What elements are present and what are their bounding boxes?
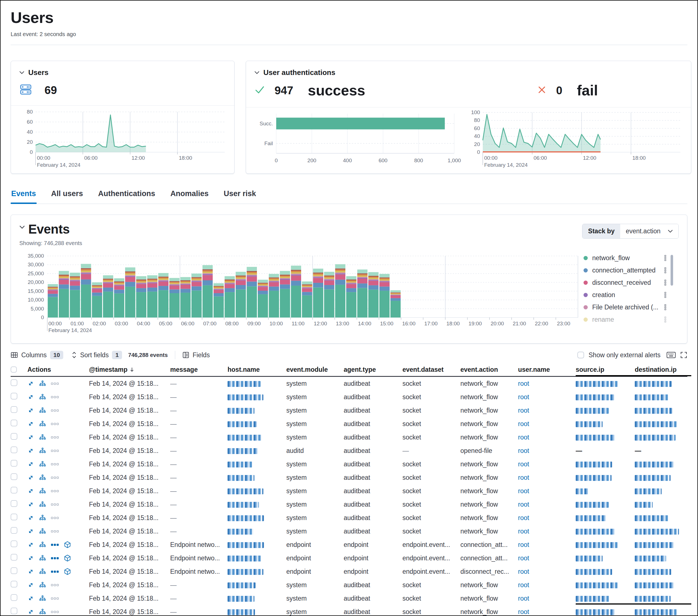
row-checkbox[interactable] xyxy=(11,487,17,493)
column-header-sourceip[interactable]: source.ip xyxy=(576,366,635,373)
user-link[interactable]: root xyxy=(518,595,529,602)
column-header-Actions[interactable]: Actions xyxy=(27,366,89,373)
expand-event-icon[interactable] xyxy=(27,420,34,427)
legend-scrollbar[interactable] xyxy=(671,255,673,286)
collapse-chevron-icon[interactable] xyxy=(254,71,260,74)
row-checkbox[interactable] xyxy=(11,393,17,400)
stack-by-control[interactable]: Stack by event.action xyxy=(582,224,679,239)
more-actions-icon[interactable] xyxy=(51,544,59,546)
user-link[interactable]: root xyxy=(518,447,529,454)
stack-by-select[interactable]: event.action xyxy=(620,224,679,238)
analyze-event-icon[interactable] xyxy=(39,474,46,481)
expand-event-icon[interactable] xyxy=(27,568,34,575)
row-checkbox[interactable] xyxy=(11,581,17,587)
row-checkbox[interactable] xyxy=(11,541,17,547)
more-actions-icon[interactable] xyxy=(51,423,59,425)
expand-event-icon[interactable] xyxy=(27,582,34,588)
column-header-username[interactable]: user.name xyxy=(518,366,576,373)
expand-event-icon[interactable] xyxy=(27,474,34,481)
more-actions-icon[interactable] xyxy=(51,503,59,506)
user-link[interactable]: root xyxy=(518,501,529,508)
legend-kebab-icon[interactable] xyxy=(664,304,667,311)
tab-user-risk[interactable]: User risk xyxy=(223,188,257,204)
user-link[interactable]: root xyxy=(518,528,529,535)
collapse-chevron-icon[interactable] xyxy=(19,71,24,74)
analyze-event-icon[interactable] xyxy=(39,555,46,561)
legend-item[interactable]: rename xyxy=(584,316,667,324)
analyze-event-icon[interactable] xyxy=(39,420,46,427)
row-checkbox[interactable] xyxy=(11,379,17,386)
user-link[interactable]: root xyxy=(518,380,529,387)
expand-event-icon[interactable] xyxy=(27,595,34,602)
analyze-event-icon[interactable] xyxy=(39,434,46,441)
analyze-event-icon[interactable] xyxy=(39,608,46,615)
row-checkbox[interactable] xyxy=(11,514,17,520)
more-actions-icon[interactable] xyxy=(51,611,59,613)
user-link[interactable]: root xyxy=(518,487,529,495)
expand-event-icon[interactable] xyxy=(27,447,34,454)
legend-item[interactable]: connection_attempted xyxy=(584,267,667,274)
user-link[interactable]: root xyxy=(518,555,529,562)
analyze-event-icon[interactable] xyxy=(39,528,46,534)
more-actions-icon[interactable] xyxy=(51,383,59,385)
column-header-eventdataset[interactable]: event.dataset xyxy=(403,366,460,373)
more-actions-icon[interactable] xyxy=(51,570,59,573)
user-link[interactable]: root xyxy=(518,514,529,521)
column-header-hostname[interactable]: host.name xyxy=(227,366,286,373)
column-header-eventmodule[interactable]: event.module xyxy=(286,366,344,373)
legend-item[interactable]: File Delete archived (... xyxy=(584,303,667,311)
row-checkbox[interactable] xyxy=(11,567,17,574)
sort-fields-button[interactable]: Sort fields 1 xyxy=(72,351,122,359)
legend-kebab-icon[interactable] xyxy=(664,292,667,298)
external-alerts-checkbox[interactable] xyxy=(577,352,584,358)
row-checkbox[interactable] xyxy=(11,554,17,561)
expand-event-icon[interactable] xyxy=(27,461,34,468)
tab-authentications[interactable]: Authentications xyxy=(98,188,156,204)
legend-item[interactable]: network_flow xyxy=(584,254,667,262)
analyze-event-icon[interactable] xyxy=(39,568,46,575)
fullscreen-icon[interactable] xyxy=(680,352,687,359)
analyze-event-icon[interactable] xyxy=(39,461,46,468)
more-actions-icon[interactable] xyxy=(51,517,59,519)
user-link[interactable]: root xyxy=(518,541,529,548)
more-actions-icon[interactable] xyxy=(51,463,59,465)
analyze-event-icon[interactable] xyxy=(39,393,46,400)
row-checkbox[interactable] xyxy=(11,527,17,534)
row-checkbox[interactable] xyxy=(11,420,17,426)
more-actions-icon[interactable] xyxy=(51,530,59,533)
columns-button[interactable]: Columns 10 xyxy=(11,351,63,359)
column-header-agenttype[interactable]: agent.type xyxy=(344,366,403,373)
analyze-event-icon[interactable] xyxy=(39,380,46,387)
legend-kebab-icon[interactable] xyxy=(664,267,667,274)
row-checkbox[interactable] xyxy=(11,594,17,601)
user-link[interactable]: root xyxy=(518,474,529,481)
row-checkbox[interactable] xyxy=(11,433,17,440)
column-header-destinationip[interactable]: destination.ip xyxy=(635,366,691,373)
collapse-chevron-icon[interactable] xyxy=(19,226,25,229)
row-checkbox[interactable] xyxy=(11,607,17,614)
user-link[interactable]: root xyxy=(518,393,529,401)
analyze-event-icon[interactable] xyxy=(39,501,46,508)
expand-event-icon[interactable] xyxy=(27,514,34,521)
more-actions-icon[interactable] xyxy=(51,409,59,412)
row-checkbox[interactable] xyxy=(11,446,17,453)
row-checkbox[interactable] xyxy=(11,500,17,507)
column-header-eventaction[interactable]: event.action xyxy=(460,366,518,373)
analyze-event-icon[interactable] xyxy=(39,582,46,588)
column-header-timestamp[interactable]: @timestamp xyxy=(89,366,170,373)
expand-event-icon[interactable] xyxy=(27,555,34,561)
user-link[interactable]: root xyxy=(518,608,529,615)
more-actions-icon[interactable] xyxy=(51,597,59,600)
expand-event-icon[interactable] xyxy=(27,608,34,615)
legend-item[interactable]: creation xyxy=(584,291,667,299)
expand-event-icon[interactable] xyxy=(27,434,34,441)
tab-events[interactable]: Events xyxy=(11,188,37,204)
user-link[interactable]: root xyxy=(518,581,529,589)
keyboard-icon[interactable] xyxy=(667,352,675,358)
analyze-event-icon[interactable] xyxy=(39,407,46,414)
more-actions-icon[interactable] xyxy=(51,476,59,479)
more-actions-icon[interactable] xyxy=(51,449,59,452)
analyze-event-icon[interactable] xyxy=(39,595,46,602)
column-header-message[interactable]: message xyxy=(170,366,227,373)
expand-event-icon[interactable] xyxy=(27,488,34,494)
